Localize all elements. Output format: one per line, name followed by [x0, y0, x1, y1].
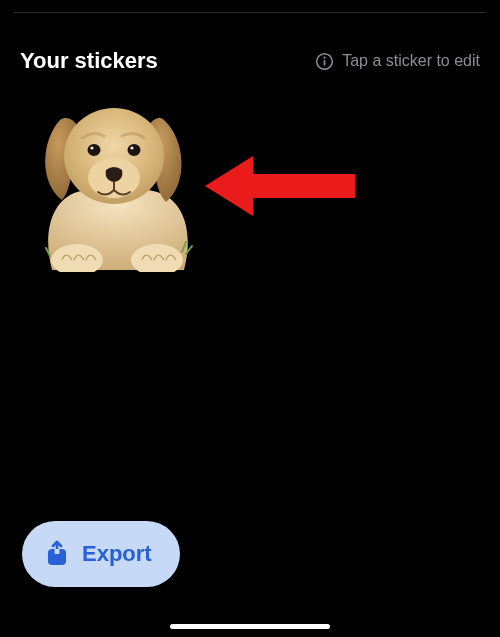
export-button-label: Export: [82, 541, 152, 567]
page-title: Your stickers: [20, 48, 158, 74]
header: Your stickers Tap a sticker to edit: [0, 48, 500, 74]
svg-point-8: [128, 144, 141, 156]
svg-point-7: [88, 144, 101, 156]
svg-point-9: [90, 146, 93, 149]
svg-rect-13: [55, 549, 60, 554]
puppy-sticker-image: [22, 92, 212, 272]
sticker-item[interactable]: [22, 92, 212, 272]
export-button[interactable]: Export: [22, 521, 180, 587]
svg-point-1: [324, 56, 326, 58]
svg-marker-11: [205, 156, 355, 216]
divider: [14, 12, 486, 13]
svg-point-10: [130, 146, 133, 149]
edit-hint: Tap a sticker to edit: [315, 52, 480, 71]
export-icon: [44, 540, 70, 568]
edit-hint-label: Tap a sticker to edit: [342, 52, 480, 70]
info-icon: [315, 52, 334, 71]
annotation-arrow: [205, 150, 355, 222]
arrow-left-icon: [205, 150, 355, 222]
home-indicator[interactable]: [170, 624, 330, 629]
svg-rect-2: [324, 59, 326, 65]
